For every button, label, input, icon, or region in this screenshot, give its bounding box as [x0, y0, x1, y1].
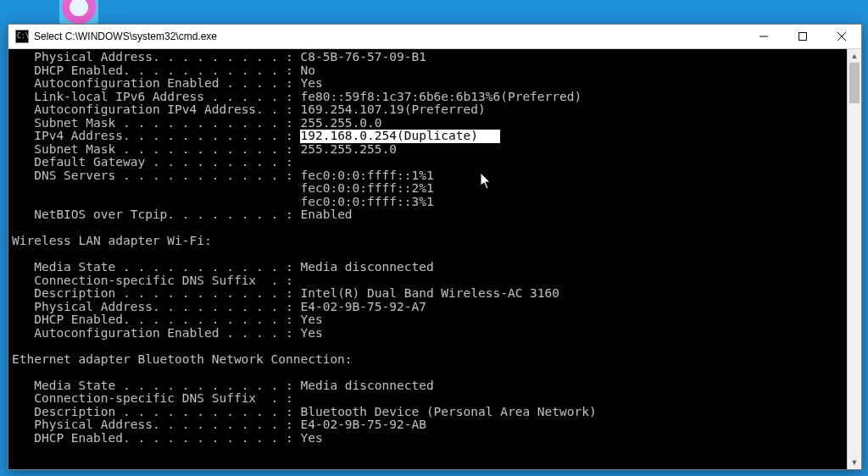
terminal-line: Media State . . . . . . . . . . . : Medi… — [12, 379, 848, 393]
line-label — [34, 182, 300, 196]
line-indent — [12, 406, 34, 419]
terminal-line: Subnet Mask . . . . . . . . . . . : 255.… — [12, 117, 848, 130]
line-value: No — [300, 64, 314, 78]
vertical-scrollbar[interactable]: ▲ ▼ — [847, 49, 861, 469]
line-indent — [12, 156, 34, 169]
line-label — [34, 196, 300, 209]
line-indent — [12, 208, 34, 222]
svg-text:C:\: C:\ — [17, 32, 29, 40]
svg-rect-3 — [799, 33, 807, 41]
line-indent — [12, 379, 34, 393]
line-label: Media State . . . . . . . . . . . : — [34, 379, 300, 393]
line-indent — [12, 418, 34, 432]
line-label: Physical Address. . . . . . . . . : — [34, 51, 300, 64]
line-label: Wireless LAN adapter Wi-Fi: — [12, 235, 212, 248]
terminal-line — [12, 248, 848, 262]
line-label: Link-local IPv6 Address . . . . . : — [34, 91, 300, 104]
line-value: Media disconnected — [300, 261, 433, 274]
line-value: fec0:0:0:ffff::2%1 — [300, 182, 433, 196]
terminal-line: IPv4 Address. . . . . . . . . . . : 192.… — [12, 130, 848, 143]
window-title: Select C:\WINDOWS\system32\cmd.exe — [34, 30, 217, 42]
line-label: DHCP Enabled. . . . . . . . . . . : — [34, 64, 300, 78]
line-label: Ethernet adapter Bluetooth Network Conne… — [12, 353, 353, 367]
line-indent — [12, 313, 34, 327]
line-label: DHCP Enabled. . . . . . . . . . . : — [34, 313, 300, 327]
line-indent — [12, 103, 34, 117]
line-label: Default Gateway . . . . . . . . . : — [34, 156, 293, 169]
terminal-client-area: Physical Address. . . . . . . . . : C8-5… — [8, 49, 861, 469]
line-label: Physical Address. . . . . . . . . : — [34, 301, 300, 314]
terminal-output[interactable]: Physical Address. . . . . . . . . : C8-5… — [8, 49, 848, 469]
line-value: Yes — [300, 313, 322, 327]
maximize-button[interactable] — [783, 25, 822, 48]
line-value: Yes — [300, 432, 322, 446]
scroll-thumb[interactable] — [849, 63, 860, 103]
terminal-line: DHCP Enabled. . . . . . . . . . . : Yes — [12, 432, 848, 446]
line-label: Physical Address. . . . . . . . . : — [34, 418, 300, 432]
line-indent — [12, 143, 34, 157]
line-label: Description . . . . . . . . . . . : — [34, 406, 300, 419]
line-value: E4-02-9B-75-92-AB — [300, 418, 426, 432]
line-value-selected: 192.168.0.254(Duplicate) — [300, 130, 500, 143]
terminal-line: Media State . . . . . . . . . . . : Medi… — [12, 261, 848, 274]
line-value: Bluetooth Device (Personal Area Network) — [300, 406, 596, 419]
line-label: Autoconfiguration IPv4 Address. . : — [34, 103, 300, 117]
line-value: E4-02-9B-75-92-A7 — [300, 301, 426, 314]
terminal-line — [12, 366, 848, 379]
line-value: 169.254.107.19(Preferred) — [300, 103, 485, 117]
line-indent — [12, 64, 34, 78]
line-indent — [12, 196, 34, 209]
terminal-line: Autoconfiguration IPv4 Address. . : 169.… — [12, 103, 848, 117]
scroll-up-button[interactable]: ▲ — [848, 49, 861, 63]
cmd-icon: C:\ — [15, 30, 29, 43]
terminal-line: Physical Address. . . . . . . . . : C8-5… — [12, 51, 848, 64]
terminal-line: DHCP Enabled. . . . . . . . . . . : Yes — [12, 313, 848, 327]
line-indent — [12, 130, 34, 143]
close-button[interactable] — [822, 25, 861, 48]
minimize-button[interactable] — [744, 25, 783, 48]
line-indent — [12, 287, 34, 301]
line-label: DHCP Enabled. . . . . . . . . . . : — [34, 432, 300, 446]
terminal-line — [12, 222, 848, 235]
line-label: Connection-specific DNS Suffix . : — [34, 392, 293, 406]
line-label: Subnet Mask . . . . . . . . . . . : — [34, 117, 300, 130]
terminal-line: Autoconfiguration Enabled . . . . : Yes — [12, 327, 848, 340]
titlebar[interactable]: C:\ Select C:\WINDOWS\system32\cmd.exe — [8, 25, 861, 49]
terminal-line: Subnet Mask . . . . . . . . . . . : 255.… — [12, 143, 848, 157]
terminal-line: Physical Address. . . . . . . . . : E4-0… — [12, 418, 848, 432]
terminal-line: Ethernet adapter Bluetooth Network Conne… — [12, 353, 848, 367]
line-value: Yes — [300, 327, 322, 340]
line-label: DNS Servers . . . . . . . . . . . : — [34, 169, 300, 183]
line-value: fec0:0:0:ffff::1%1 — [300, 169, 433, 183]
terminal-line: Default Gateway . . . . . . . . . : — [12, 156, 848, 169]
terminal-line: Autoconfiguration Enabled . . . . : Yes — [12, 77, 848, 91]
terminal-line — [12, 340, 848, 353]
terminal-line: fec0:0:0:ffff::2%1 — [12, 182, 848, 196]
line-label: Description . . . . . . . . . . . : — [34, 287, 300, 301]
line-indent — [12, 301, 34, 314]
line-label: Connection-specific DNS Suffix . : — [34, 274, 293, 288]
terminal-line: Physical Address. . . . . . . . . : E4-0… — [12, 301, 848, 314]
line-indent — [12, 169, 34, 183]
terminal-line: Description . . . . . . . . . . . : Blue… — [12, 406, 848, 419]
terminal-line: Description . . . . . . . . . . . : Inte… — [12, 287, 848, 301]
line-indent — [12, 432, 34, 446]
line-value: Enabled — [300, 208, 352, 222]
line-indent — [12, 392, 34, 406]
line-value: Intel(R) Dual Band Wireless-AC 3160 — [300, 287, 559, 301]
line-label: Autoconfiguration Enabled . . . . : — [34, 77, 300, 91]
line-value: 255.255.255.0 — [300, 143, 397, 157]
line-value: fe80::59f8:1c37:6b6e:6b13%6(Preferred) — [300, 91, 581, 104]
terminal-line: DNS Servers . . . . . . . . . . . : fec0… — [12, 169, 848, 183]
line-indent — [12, 274, 34, 288]
scroll-down-button[interactable]: ▼ — [848, 456, 861, 469]
line-value: Media disconnected — [300, 379, 433, 393]
line-indent — [12, 91, 34, 104]
line-indent — [12, 182, 34, 196]
line-label: Subnet Mask . . . . . . . . . . . : — [34, 143, 300, 157]
line-indent — [12, 51, 34, 64]
terminal-line: Connection-specific DNS Suffix . : — [12, 392, 848, 406]
line-value: C8-5B-76-57-09-B1 — [300, 51, 426, 64]
terminal-line: Wireless LAN adapter Wi-Fi: — [12, 235, 848, 248]
terminal-line: Connection-specific DNS Suffix . : — [12, 274, 848, 288]
